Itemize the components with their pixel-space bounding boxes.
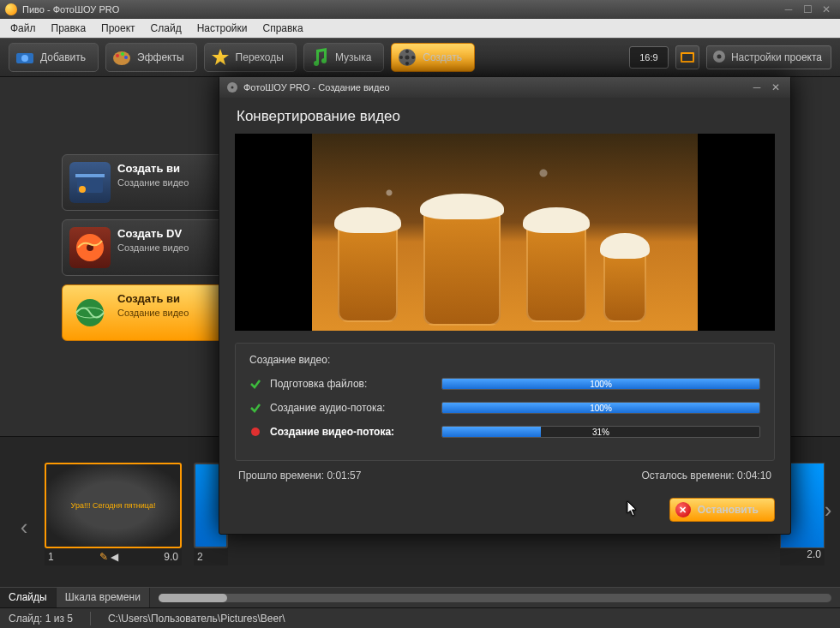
- film-reel-icon: [226, 81, 238, 93]
- dialog-close[interactable]: ✕: [768, 81, 783, 93]
- check-icon: [249, 402, 261, 414]
- progress-label: Создание аудио-потока:: [270, 402, 433, 414]
- svg-point-26: [251, 428, 260, 436]
- video-preview: [235, 134, 775, 331]
- dialog-title: ФотоШОУ PRO - Создание видео: [243, 82, 744, 93]
- check-icon: [249, 378, 261, 390]
- progress-row-prepare: Подготовка файлов: 100%: [249, 374, 760, 393]
- progress-bar: 31%: [441, 426, 760, 438]
- remaining-time: Осталось времени: 0:04:10: [642, 470, 771, 481]
- dialog-titlebar: ФотоШОУ PRO - Создание видео ─ ✕: [219, 77, 790, 98]
- progress-pct: 100%: [442, 403, 759, 413]
- progress-pct: 100%: [442, 379, 759, 389]
- export-dialog: ФотоШОУ PRO - Создание видео ─ ✕ Конверт…: [219, 76, 791, 535]
- stop-button[interactable]: ✕ Остановить: [669, 498, 775, 522]
- record-icon: [249, 426, 261, 438]
- progress-panel: Создание видео: Подготовка файлов: 100% …: [235, 343, 775, 461]
- progress-row-audio: Создание аудио-потока: 100%: [249, 398, 760, 417]
- progress-row-video: Создание видео-потока: 31%: [249, 422, 760, 441]
- progress-label: Создание видео-потока:: [270, 426, 433, 438]
- time-row: Прошло времени: 0:01:57 Осталось времени…: [238, 470, 771, 481]
- progress-bar: 100%: [441, 402, 760, 414]
- progress-heading: Создание видео:: [249, 354, 760, 366]
- dialog-overlay: ФотоШОУ PRO - Создание видео ─ ✕ Конверт…: [0, 0, 840, 628]
- progress-bar: 100%: [441, 378, 760, 390]
- dialog-heading: Конвертирование видео: [219, 98, 790, 134]
- progress-label: Подготовка файлов:: [270, 378, 433, 390]
- stop-label: Остановить: [698, 504, 759, 516]
- elapsed-time: Прошло времени: 0:01:57: [238, 470, 361, 481]
- stop-icon: ✕: [675, 502, 691, 517]
- svg-point-25: [231, 87, 234, 89]
- dialog-minimize[interactable]: ─: [749, 81, 765, 93]
- progress-pct: 31%: [442, 427, 759, 437]
